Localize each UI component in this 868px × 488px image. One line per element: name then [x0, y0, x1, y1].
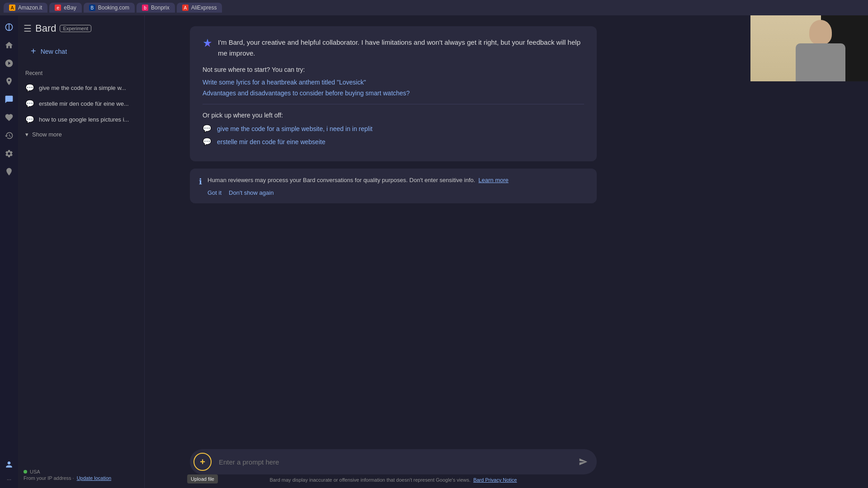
upload-file-button[interactable]: + — [193, 453, 212, 471]
show-more-button[interactable]: ▾ Show more — [18, 127, 144, 141]
suggestions-section: Not sure where to start? You can try: Wr… — [203, 66, 584, 97]
suggestion-link-0[interactable]: Write some lyrics for a heartbreak anthe… — [203, 79, 584, 86]
upload-btn-wrapper: + Upload file — [193, 453, 212, 471]
chat-item-2[interactable]: 💬 how to use google lens pictures i... — [18, 112, 139, 127]
privacy-content: Human reviewers may process your Bard co… — [208, 176, 588, 196]
rail-chat-icon[interactable] — [1, 91, 17, 108]
input-area: + Upload file Bard may display inaccurat… — [145, 442, 868, 488]
disclaimer: Bard may display inaccurate or offensive… — [190, 474, 597, 484]
video-person-body — [796, 43, 845, 81]
prompt-input[interactable] — [215, 456, 571, 468]
learn-more-link[interactable]: Learn more — [478, 177, 508, 183]
chat-bubble-icon-0: 💬 — [25, 84, 34, 92]
privacy-notice: ℹ Human reviewers may process your Bard … — [190, 169, 597, 203]
tab-amazon-label: Amazon.it — [18, 5, 42, 11]
aliexpress-favicon: A — [182, 5, 189, 11]
privacy-notice-link[interactable]: Bard Privacy Notice — [473, 477, 517, 483]
location-dot-icon — [24, 470, 27, 474]
suggestion-link-1[interactable]: Advantages and disadvantages to consider… — [203, 89, 584, 97]
show-more-label: Show more — [32, 131, 62, 138]
tab-aliexpress[interactable]: A AliExpress — [177, 3, 222, 13]
app-container: ··· ☰ Bard Experiment + New chat Recent … — [0, 15, 868, 488]
privacy-text: Human reviewers may process your Bard co… — [208, 176, 588, 185]
tab-booking-label: Booking.com — [98, 5, 129, 11]
history-item-1[interactable]: 💬 erstelle mir den code für eine webseit… — [203, 137, 584, 146]
from-ip-text: From your IP address · — [24, 475, 74, 481]
tab-amazon[interactable]: A Amazon.it — [4, 3, 47, 13]
start-text: Not sure where to start? You can try: — [203, 66, 584, 73]
privacy-info-icon: ℹ — [199, 177, 202, 187]
bard-sparkle-icon — [203, 38, 212, 51]
chat-item-0[interactable]: 💬 give me the code for a simple w... — [18, 80, 139, 96]
privacy-notice-text: Human reviewers may process your Bard co… — [208, 177, 475, 183]
chat-item-text-1: erstelle mir den code für eine we... — [39, 100, 129, 107]
history-title: Or pick up where you left off: — [203, 112, 584, 119]
video-person-head — [809, 20, 832, 45]
history-chat-icon-0: 💬 — [203, 124, 212, 133]
rail-settings-icon[interactable] — [1, 145, 17, 162]
icon-rail: ··· — [0, 15, 18, 488]
recent-section-label: Recent — [18, 68, 144, 80]
sidebar-header: ☰ Bard Experiment — [18, 19, 144, 42]
tab-booking[interactable]: B Booking.com — [84, 3, 135, 13]
upload-tooltip: Upload file — [187, 474, 218, 483]
disclaimer-text: Bard may display inaccurate or offensive… — [270, 477, 471, 483]
rail-heart-icon[interactable] — [1, 109, 17, 126]
bonprix-favicon: b — [142, 5, 148, 11]
sidebar-footer: USA From your IP address · Update locati… — [18, 465, 144, 484]
tab-ebay-label: eBay — [64, 5, 76, 11]
booking-favicon: B — [89, 5, 95, 11]
main-content: I'm Bard, your creative and helpful coll… — [145, 15, 868, 488]
divider — [203, 104, 584, 104]
history-chat-icon-1: 💬 — [203, 137, 212, 146]
history-link-1[interactable]: erstelle mir den code für eine webseite — [217, 138, 326, 145]
more-dots: ··· — [7, 476, 11, 483]
location-detail: From your IP address · Update location — [24, 475, 139, 481]
chat-bubble-icon-1: 💬 — [25, 99, 34, 108]
chat-item-text-0: give me the code for a simple w... — [39, 84, 126, 91]
chat-bubble-icon-2: 💬 — [25, 115, 34, 124]
new-chat-button[interactable]: + New chat — [24, 42, 139, 61]
rail-home-icon[interactable] — [1, 37, 17, 53]
history-item-0[interactable]: 💬 give me the code for a simple website,… — [203, 124, 584, 133]
rail-location-icon[interactable] — [1, 164, 17, 180]
browser-tabs: A Amazon.it e eBay B Booking.com b Bonpr… — [0, 0, 868, 15]
tab-ebay[interactable]: e eBay — [49, 3, 81, 13]
location-info: USA — [24, 469, 139, 474]
rail-history-icon[interactable] — [1, 127, 17, 144]
history-link-0[interactable]: give me the code for a simple website, i… — [217, 125, 373, 132]
experiment-badge: Experiment — [60, 25, 91, 32]
bard-title: Bard — [35, 23, 56, 34]
sidebar: ☰ Bard Experiment + New chat Recent 💬 gi… — [18, 15, 145, 488]
bard-intro: I'm Bard, your creative and helpful coll… — [203, 37, 584, 59]
tab-bonprix[interactable]: b Bonprix — [137, 3, 175, 13]
ebay-favicon: e — [55, 5, 61, 11]
rail-maps-icon[interactable] — [1, 73, 17, 89]
rail-profile-icon[interactable] — [1, 456, 17, 473]
dont-show-button[interactable]: Don't show again — [229, 189, 274, 196]
update-location-link[interactable]: Update location — [77, 475, 111, 481]
rail-explore-icon[interactable] — [1, 55, 17, 71]
privacy-actions: Got it Don't show again — [208, 189, 588, 196]
location-country: USA — [30, 469, 40, 474]
new-chat-plus-icon: + — [31, 46, 36, 56]
tab-aliexpress-label: AliExpress — [191, 5, 217, 11]
bard-intro-text: I'm Bard, your creative and helpful coll… — [218, 37, 584, 59]
hamburger-icon[interactable]: ☰ — [24, 23, 32, 34]
rail-bard-icon[interactable] — [1, 19, 17, 35]
chat-item-1[interactable]: 💬 erstelle mir den code für eine we... — [18, 96, 139, 112]
send-button[interactable] — [575, 454, 591, 470]
chevron-down-icon: ▾ — [25, 131, 28, 138]
tab-bonprix-label: Bonprix — [151, 5, 170, 11]
got-it-button[interactable]: Got it — [208, 189, 222, 196]
chat-item-text-2: how to use google lens pictures i... — [39, 116, 129, 123]
prompt-input-row: + Upload file — [190, 449, 597, 474]
amazon-favicon: A — [9, 5, 15, 11]
video-overlay — [750, 15, 868, 81]
welcome-card: I'm Bard, your creative and helpful coll… — [190, 26, 597, 161]
new-chat-label: New chat — [41, 48, 67, 55]
more-options[interactable]: ··· — [1, 474, 17, 484]
